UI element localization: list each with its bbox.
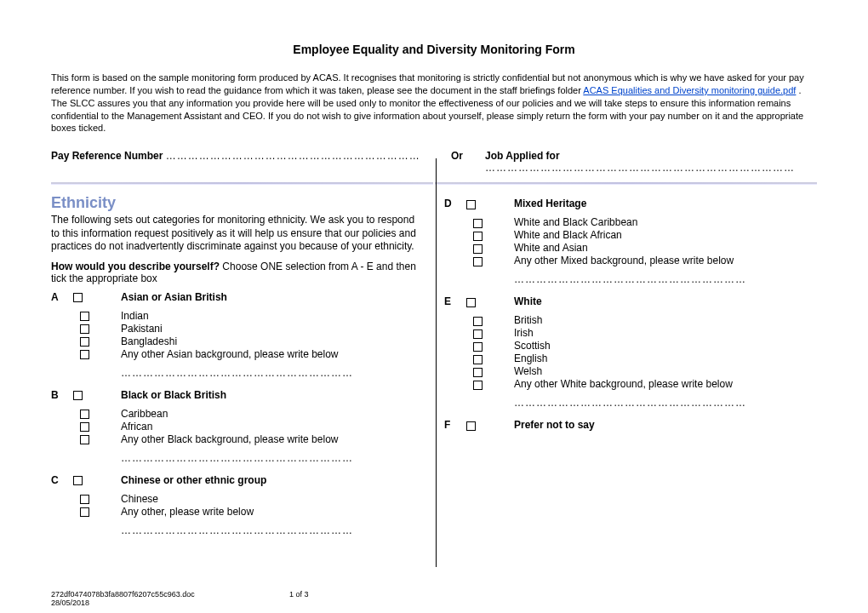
checkbox-a-other[interactable] xyxy=(80,350,89,359)
opt-label: African xyxy=(121,421,152,433)
divider xyxy=(51,182,817,186)
footer-page-number: 1 of 3 xyxy=(289,591,309,599)
checkbox-e-scottish[interactable] xyxy=(473,342,483,352)
opt-label: Caribbean xyxy=(121,408,168,420)
opt-label: Any other Asian background, please write… xyxy=(121,348,339,360)
checkbox-a-pakistani[interactable] xyxy=(80,324,89,334)
job-applied-field[interactable]: ………………………………………………………………………… xyxy=(485,162,795,174)
checkbox-c-chinese[interactable] xyxy=(80,495,89,504)
checkbox-d-wa[interactable] xyxy=(473,244,483,254)
checkbox-e-welsh[interactable] xyxy=(473,368,483,377)
reference-row: Pay Reference Number …………………………………………………… xyxy=(51,150,817,174)
ethnicity-heading: Ethnicity xyxy=(51,194,424,212)
or-label: Or xyxy=(451,150,485,174)
write-in-a[interactable]: ……………………………………………………… xyxy=(121,367,424,379)
group-letter: E xyxy=(444,295,466,309)
intro-paragraph: This form is based on the sample monitor… xyxy=(51,72,817,135)
opt-label: English xyxy=(514,352,547,364)
checkbox-d-wba[interactable] xyxy=(473,232,483,241)
job-applied-label: Job Applied for xyxy=(485,150,560,162)
group-f-title: Prefer not to say xyxy=(514,419,817,431)
footer-date: 28/05/2018 xyxy=(51,599,89,607)
left-column: Ethnicity The following sets out categor… xyxy=(51,192,424,547)
form-title: Employee Equality and Diversity Monitori… xyxy=(51,43,817,56)
pay-ref-label: Pay Reference Number xyxy=(51,150,163,162)
group-letter: B xyxy=(51,389,73,403)
opt-label: British xyxy=(514,314,542,326)
right-column: D Mixed Heritage White and Black Caribbe… xyxy=(444,192,817,547)
opt-label: Bangladeshi xyxy=(121,335,177,347)
group-letter: F xyxy=(444,419,466,433)
write-in-e[interactable]: ……………………………………………………… xyxy=(514,397,817,409)
page-footer: 272df0474078b3fa8807f6207c55c963.doc 1 o… xyxy=(51,591,800,608)
opt-label: White and Black African xyxy=(514,229,622,241)
opt-label: White and Asian xyxy=(514,242,588,254)
group-e-title: White xyxy=(514,295,817,307)
checkbox-group-b[interactable] xyxy=(73,391,83,400)
page: Employee Equality and Diversity Monitori… xyxy=(0,0,868,613)
opt-label: Irish xyxy=(514,327,534,339)
checkbox-b-other[interactable] xyxy=(80,435,89,444)
checkbox-e-english[interactable] xyxy=(473,355,483,364)
write-in-c[interactable]: ……………………………………………………… xyxy=(121,524,424,536)
checkbox-b-caribbean[interactable] xyxy=(80,410,89,419)
opt-label: Any other Black background, please write… xyxy=(121,433,338,445)
checkbox-group-a[interactable] xyxy=(73,293,83,302)
pay-ref-field[interactable]: …………………………………………………………… xyxy=(166,150,420,162)
checkbox-group-e[interactable] xyxy=(466,298,476,307)
checkbox-e-irish[interactable] xyxy=(473,329,483,339)
footer-filename: 272df0474078b3fa8807f6207c55c963.doc xyxy=(51,590,195,599)
opt-label: Chinese xyxy=(121,493,158,505)
opt-label: Scottish xyxy=(514,340,551,352)
checkbox-group-f[interactable] xyxy=(466,421,476,431)
checkbox-a-indian[interactable] xyxy=(80,312,89,321)
checkbox-c-other[interactable] xyxy=(80,507,89,517)
opt-label: Any other, please write below xyxy=(121,506,254,518)
group-d-title: Mixed Heritage xyxy=(514,198,817,209)
opt-label: Any other Mixed background, please write… xyxy=(514,255,734,266)
ethnicity-blurb: The following sets out categories for mo… xyxy=(51,214,424,254)
checkbox-a-bangladeshi[interactable] xyxy=(80,337,89,347)
checkbox-group-d[interactable] xyxy=(466,200,476,209)
group-f: F Prefer not to say xyxy=(444,419,817,433)
ethnicity-question: How would you describe yourself? Choose … xyxy=(51,261,424,284)
group-a-title: Asian or Asian British xyxy=(121,291,424,303)
opt-label: Pakistani xyxy=(121,323,163,335)
vertical-rule xyxy=(436,158,437,567)
guidance-link[interactable]: ACAS Equalities and Diversity monitoring… xyxy=(583,85,796,95)
group-b-title: Black or Black British xyxy=(121,389,424,401)
group-letter: C xyxy=(51,474,73,488)
opt-label: Welsh xyxy=(514,365,542,377)
opt-label: Any other White background, please write… xyxy=(514,378,733,390)
group-d: D Mixed Heritage xyxy=(444,198,817,211)
group-letter: D xyxy=(444,198,466,211)
checkbox-e-british[interactable] xyxy=(473,317,483,326)
checkbox-b-african[interactable] xyxy=(80,422,89,432)
opt-label: Indian xyxy=(121,310,149,322)
opt-label: White and Black Caribbean xyxy=(514,216,637,228)
write-in-b[interactable]: ……………………………………………………… xyxy=(121,452,424,464)
checkbox-group-c[interactable] xyxy=(73,476,83,485)
checkbox-d-wbc[interactable] xyxy=(473,219,483,228)
group-e: E White xyxy=(444,295,817,309)
write-in-d[interactable]: ……………………………………………………… xyxy=(514,273,817,285)
checkbox-e-other[interactable] xyxy=(473,381,483,390)
group-a: A Asian or Asian British xyxy=(51,291,424,305)
group-letter: A xyxy=(51,291,73,305)
question-bold: How would you describe yourself? xyxy=(51,261,220,272)
checkbox-d-other[interactable] xyxy=(473,257,483,266)
group-c-title: Chinese or other ethnic group xyxy=(121,474,424,486)
group-b: B Black or Black British xyxy=(51,389,424,403)
two-column-area: Ethnicity The following sets out categor… xyxy=(51,192,817,547)
group-c: C Chinese or other ethnic group xyxy=(51,474,424,488)
